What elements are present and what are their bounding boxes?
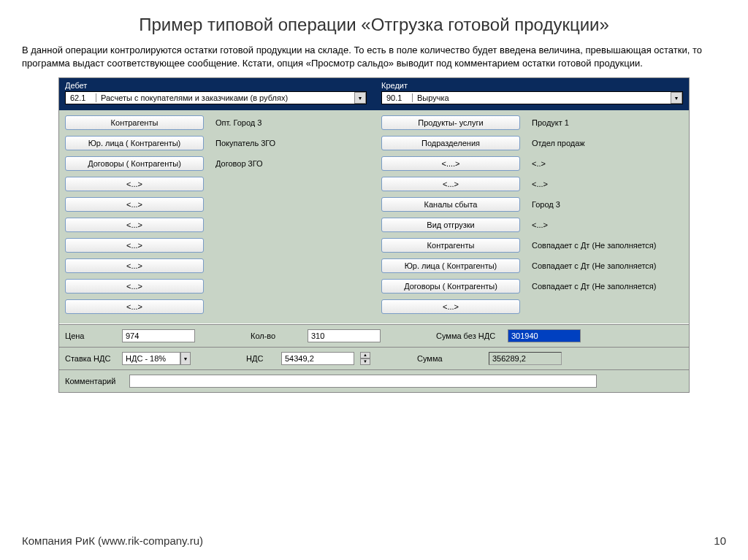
price-input[interactable]: 974 <box>122 329 195 342</box>
debit-row-button[interactable]: <...> <box>65 238 204 253</box>
bottom-fields: Цена 974 Кол-во 310 Сумма без НДС 301940… <box>59 323 689 392</box>
vat-rate-label: Ставка НДС <box>65 354 116 363</box>
debit-row-button[interactable]: Договоры ( Контрагенты) <box>65 156 204 171</box>
credit-row-button[interactable]: Юр. лица ( Контрагенты) <box>381 258 520 273</box>
sum-novat-input[interactable]: 301940 <box>508 329 581 342</box>
credit-account-code: 90.1 <box>382 93 413 102</box>
credit-column: Продукты- услугиПродукт 1ПодразделенияОт… <box>381 115 683 319</box>
debit-account-code: 62.1 <box>66 93 96 102</box>
credit-row-button[interactable]: <...> <box>381 177 520 191</box>
sum-input: 356289,2 <box>489 352 562 365</box>
debit-label: Дебет <box>65 81 367 90</box>
comment-input[interactable] <box>129 375 597 388</box>
price-label: Цена <box>65 331 116 340</box>
credit-row-value: Совпадает с Дт (Не заполняется) <box>532 241 656 250</box>
footer-page: 10 <box>714 534 726 547</box>
debit-row-button[interactable]: Контрагенты <box>65 115 204 130</box>
chevron-down-icon[interactable]: ▼ <box>354 92 366 104</box>
credit-row-value: Отдел продаж <box>532 139 585 147</box>
debit-row-button[interactable]: <...> <box>65 299 204 314</box>
credit-row-value: Совпадает с Дт (Не заполняется) <box>532 261 656 270</box>
page-title: Пример типовой операции «Отгрузка готово… <box>22 15 726 35</box>
credit-row-button[interactable]: Договоры ( Контрагенты) <box>381 279 520 294</box>
debit-account-dropdown[interactable]: 62.1 Расчеты с покупателями и заказчикам… <box>65 91 367 104</box>
credit-label: Кредит <box>381 81 683 90</box>
credit-row-button[interactable]: Каналы сбыта <box>381 197 520 212</box>
vat-spinner[interactable]: ▲ ▼ <box>360 352 370 365</box>
credit-row-value: Продукт 1 <box>532 118 569 127</box>
qty-label: Кол-во <box>251 331 302 340</box>
credit-row-button[interactable]: Вид отгрузки <box>381 218 520 232</box>
body-area: КонтрагентыОпт. Город 3Юр. лица ( Контра… <box>59 110 689 323</box>
comment-label: Комментарий <box>65 377 123 386</box>
debit-row-value: Опт. Город 3 <box>215 118 262 127</box>
vat-label: НДС <box>246 354 275 363</box>
debit-row-button[interactable]: <...> <box>65 218 204 232</box>
debit-row-button[interactable]: <...> <box>65 279 204 294</box>
credit-account-text: Выручка <box>413 93 671 102</box>
credit-row-button[interactable]: Контрагенты <box>381 238 520 253</box>
chevron-down-icon[interactable]: ▼ <box>180 352 191 365</box>
debit-column: КонтрагентыОпт. Город 3Юр. лица ( Контра… <box>65 115 367 319</box>
credit-row-value: <..> <box>532 159 546 168</box>
credit-row-button[interactable]: <....> <box>381 156 520 171</box>
vat-rate-dropdown[interactable]: НДС - 18% ▼ <box>122 352 191 365</box>
app-window: Дебет 62.1 Расчеты с покупателями и зака… <box>58 77 690 393</box>
debit-row-button[interactable]: <...> <box>65 258 204 273</box>
description-text: В данной операции контролируются остатки… <box>22 44 726 70</box>
credit-row-value: <...> <box>532 220 548 229</box>
debit-row-value: Покупатель 3ГО <box>215 139 275 147</box>
debit-account-text: Расчеты с покупателями и заказчиками (в … <box>96 93 354 102</box>
debit-row-button[interactable]: <...> <box>65 177 204 191</box>
vat-input[interactable]: 54349,2 <box>281 352 354 365</box>
chevron-down-icon[interactable]: ▼ <box>671 92 682 104</box>
qty-input[interactable]: 310 <box>308 329 381 342</box>
debit-row-button[interactable]: <...> <box>65 197 204 212</box>
credit-account-dropdown[interactable]: 90.1 Выручка ▼ <box>381 91 683 104</box>
credit-row-value: <...> <box>532 180 548 188</box>
spinner-down-icon[interactable]: ▼ <box>360 358 370 365</box>
footer-company: Компания РиК (www.rik-company.ru) <box>22 534 203 547</box>
credit-row-button[interactable]: <...> <box>381 299 520 314</box>
spinner-up-icon[interactable]: ▲ <box>360 352 370 358</box>
debit-row-button[interactable]: Юр. лица ( Контрагенты) <box>65 136 204 150</box>
header-bar: Дебет 62.1 Расчеты с покупателями и зака… <box>59 78 689 110</box>
vat-rate-value: НДС - 18% <box>122 352 180 365</box>
debit-row-value: Договор 3ГО <box>215 159 263 168</box>
sum-novat-label: Сумма без НДС <box>436 331 502 340</box>
credit-row-value: Совпадает с Дт (Не заполняется) <box>532 282 656 291</box>
credit-row-button[interactable]: Подразделения <box>381 136 520 150</box>
credit-row-value: Город 3 <box>532 200 560 209</box>
sum-label: Сумма <box>417 354 483 363</box>
credit-row-button[interactable]: Продукты- услуги <box>381 115 520 130</box>
